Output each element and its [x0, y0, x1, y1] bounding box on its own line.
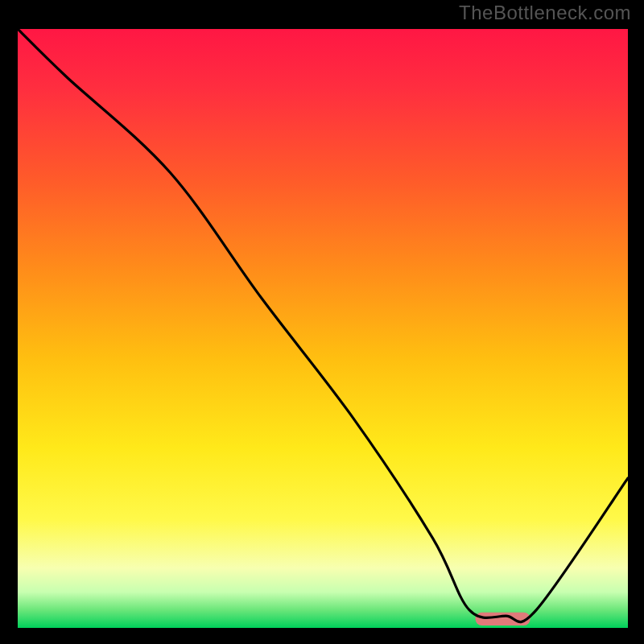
watermark-text: TheBottleneck.com — [459, 2, 631, 24]
chart-frame-border — [13, 24, 633, 633]
